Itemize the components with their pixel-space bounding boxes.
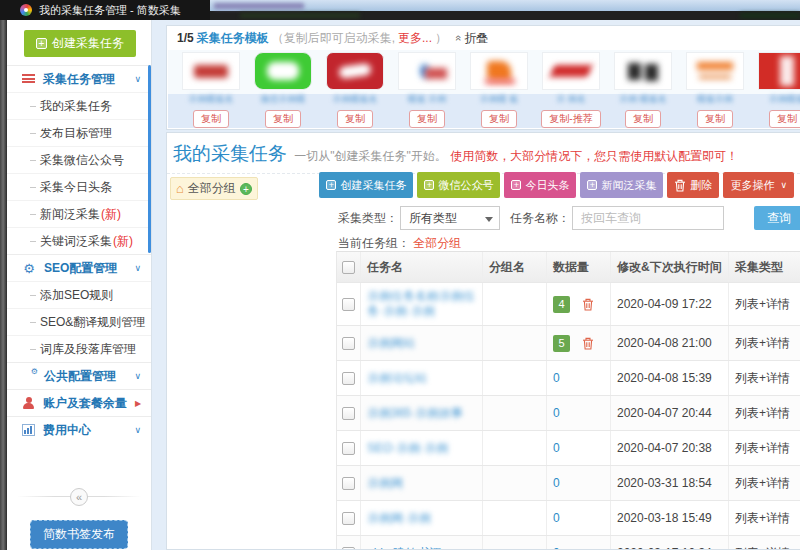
plus-icon: + (326, 180, 336, 190)
data-count-link[interactable]: 0 (553, 546, 560, 550)
orange-mark-logo-icon[interactable] (470, 52, 528, 90)
template-copy-button[interactable]: 复制 (409, 110, 445, 128)
action-button-4[interactable]: +新闻泛采集 (580, 172, 663, 198)
sidebar-item[interactable]: 词库及段落库管理 (7, 335, 151, 362)
template-card-label[interactable]: 示 例名 (556, 93, 586, 106)
template-more-link[interactable]: 更多... (398, 30, 432, 47)
template-card-label[interactable]: 微信示例模 (261, 93, 306, 106)
data-count-cell: 5 (547, 326, 611, 360)
sidebar-item[interactable]: 关键词泛采集(新) (7, 227, 151, 254)
red-italic-logo-icon[interactable] (542, 52, 600, 90)
green-app-logo-icon[interactable] (254, 52, 312, 90)
template-card-label[interactable]: 示例模板 (769, 93, 800, 106)
sidebar-section-account[interactable]: 账户及套餐余量▶ (7, 389, 151, 416)
action-button-5[interactable]: 删除 (667, 172, 719, 198)
bookmark-publish-button[interactable]: 简数书签发布 (30, 520, 128, 549)
collect-type-select[interactable]: 所有类型 (400, 206, 500, 230)
action-button-3[interactable]: +今日头条 (504, 172, 576, 198)
orange-text-logo-icon[interactable] (686, 52, 744, 90)
search-button[interactable]: 查询 (754, 206, 800, 230)
sidebar-item-label: 我的采集任务 (40, 98, 112, 115)
task-name-link[interactable]: 示例365·示例故事 (367, 406, 463, 421)
data-count-link[interactable]: 0 (553, 406, 560, 420)
data-count-link[interactable]: 0 (553, 441, 560, 455)
browser-tab[interactable]: 我的采集任务管理 - 简数采集 (0, 0, 210, 20)
group-tag-all[interactable]: ⌂ 全部分组 + (170, 177, 258, 200)
table-row: 示例网·示例02020-03-18 15:49列表+详情 (337, 501, 800, 536)
data-count-badge[interactable]: 5 (553, 335, 570, 352)
sidebar-scrollbar[interactable] (148, 65, 151, 253)
sidebar-item[interactable]: SEO&翻译规则管理 (7, 308, 151, 335)
current-group-value[interactable]: 全部分组 (413, 236, 461, 250)
sidebar-item[interactable]: 采集微信公众号 (7, 146, 151, 173)
row-checkbox[interactable] (342, 337, 355, 350)
fold-template-button[interactable]: « 折叠 (456, 30, 488, 47)
sidebar-item[interactable]: 采集今日头条 (7, 173, 151, 200)
sidebar-item[interactable]: 我的采集任务 (7, 92, 151, 119)
trash-icon[interactable] (582, 298, 594, 311)
row-checkbox[interactable] (342, 442, 355, 455)
trash-icon[interactable] (582, 337, 594, 350)
data-count-link[interactable]: 0 (553, 476, 560, 490)
task-name-link[interactable]: abbs建筑书评 (367, 546, 441, 550)
row-checkbox[interactable] (342, 372, 355, 385)
blue-dot-logo-icon[interactable] (398, 52, 456, 90)
data-count-link[interactable]: 0 (553, 371, 560, 385)
row-checkbox[interactable] (342, 407, 355, 420)
action-button-6[interactable]: 更多操作∨ (723, 172, 794, 198)
template-card: 模板示例复制 (684, 52, 746, 128)
create-collect-task-button[interactable]: + 创建采集任务 (24, 30, 136, 57)
template-copy-button[interactable]: 复制-推荐 (541, 110, 600, 128)
template-card-label[interactable]: 示例 模板名 (619, 93, 667, 106)
template-copy-button[interactable]: 复制 (625, 110, 661, 128)
group-name-cell (483, 431, 547, 465)
template-card-label[interactable]: 示例模 板 (480, 93, 519, 106)
template-card-label[interactable]: 示例模板名 (333, 93, 378, 106)
row-checkbox[interactable] (342, 298, 355, 311)
task-name-link[interactable]: SEO·示例·示例 (367, 441, 448, 456)
data-count-badge[interactable]: 4 (553, 296, 570, 313)
template-copy-button[interactable]: 复制 (481, 110, 517, 128)
sidebar-section-seo[interactable]: ⚙SEO配置管理∨ (7, 254, 151, 281)
template-card-label[interactable]: 示例模板名 (189, 93, 234, 106)
dark-chars-logo-icon[interactable] (614, 52, 672, 90)
sidebar-item-label: SEO&翻译规则管理 (40, 314, 145, 331)
table-row: SEO·示例·示例02020-04-07 20:38列表+详情 (337, 431, 800, 466)
row-checkbox[interactable] (342, 547, 355, 550)
template-copy-button[interactable]: 复制 (193, 110, 229, 128)
task-name-input[interactable] (572, 206, 724, 230)
sidebar-item[interactable]: 添加SEO规则 (7, 281, 151, 308)
sidebar-section-collect[interactable]: 采集任务管理∨ (7, 65, 151, 92)
sidebar-item[interactable]: 新闻泛采集(新) (7, 200, 151, 227)
data-count-link[interactable]: 0 (553, 511, 560, 525)
task-name-link[interactable]: 示例网 (367, 476, 403, 491)
red-block-logo-icon[interactable] (758, 52, 800, 90)
column-header-label: 数据量 (553, 259, 589, 276)
select-all-checkbox[interactable] (342, 261, 355, 274)
collapse-sidebar-button[interactable]: « (70, 488, 88, 506)
red-app-logo-icon[interactable] (326, 52, 384, 90)
template-copy-button[interactable]: 复制 (337, 110, 373, 128)
template-card-label[interactable]: 模板 示例 (408, 93, 447, 106)
collect-type-value: 所有类型 (409, 210, 457, 227)
row-checkbox[interactable] (342, 477, 355, 490)
template-copy-button[interactable]: 复制 (265, 110, 301, 128)
row-checkbox[interactable] (342, 512, 355, 525)
sidebar-item[interactable]: 发布目标管理 (7, 119, 151, 146)
action-button-2[interactable]: +微信公众号 (417, 172, 500, 198)
sidebar-section-billing[interactable]: 费用中心∨ (7, 416, 151, 443)
task-name-link[interactable]: 示例任务名称示例任务·示例·示例 (367, 289, 476, 319)
template-title-link[interactable]: 采集任务模板 (197, 30, 269, 47)
red-text-light-logo-icon[interactable] (182, 52, 240, 90)
task-name-link[interactable]: 示例网·示例 (367, 511, 431, 526)
add-group-icon[interactable]: + (240, 183, 252, 195)
task-name-link[interactable]: 示例论坛站 (367, 371, 427, 386)
task-name-cell: 示例任务名称示例任务·示例·示例 (361, 283, 483, 325)
action-button-1[interactable]: +创建采集任务 (319, 172, 413, 198)
template-card-label[interactable]: 模板示例 (697, 93, 733, 106)
template-card: 示例 模板名复制 (612, 52, 674, 128)
task-name-link[interactable]: 示例网站 (367, 336, 415, 351)
template-copy-button[interactable]: 复制 (769, 110, 800, 128)
sidebar-section-common[interactable]: 公共配置管理∨ (7, 362, 151, 389)
template-copy-button[interactable]: 复制 (697, 110, 733, 128)
